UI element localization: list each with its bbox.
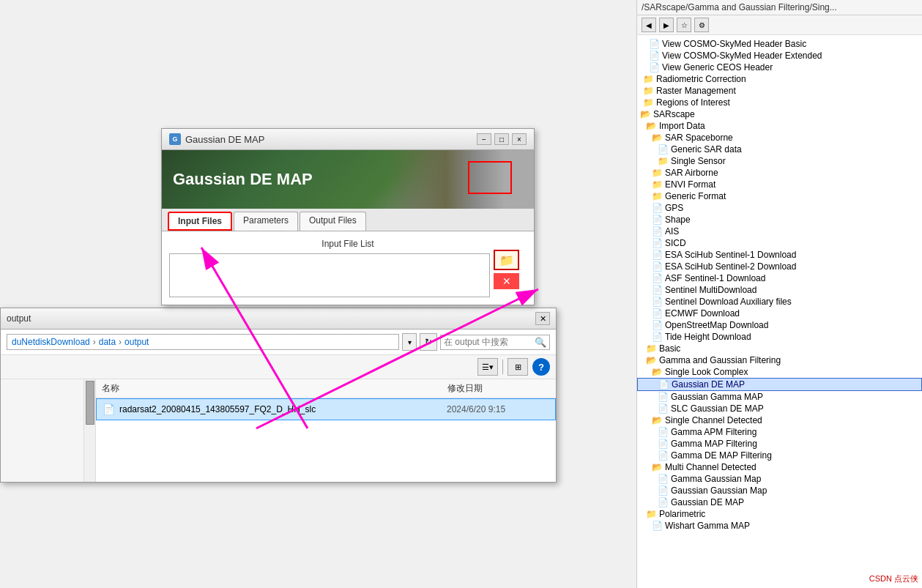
tree-item-gamma-map[interactable]: 📄Gamma MAP Filtering [637, 438, 922, 450]
tree-item-sentinel-aux[interactable]: 📄Sentinel Download Auxiliary files [637, 296, 922, 308]
explorer-addressbar: duNetdiskDownload › data › output ▾ ↻ 🔍 [1, 330, 556, 355]
tree-item-generic-format[interactable]: 📁Generic Format [637, 190, 922, 202]
tab-parameters[interactable]: Parameters [234, 212, 298, 231]
path-part-3[interactable]: output [124, 337, 149, 347]
tree-item-raster[interactable]: 📁Raster Management [637, 85, 922, 97]
address-path[interactable]: duNetdiskDownload › data › output [7, 334, 399, 350]
tree-item-tide-height[interactable]: 📄Tide Height Download [637, 331, 922, 343]
tree-item-sar-airborne[interactable]: 📁SAR Airborne [637, 167, 922, 179]
tree-item-import-data[interactable]: 📂Import Data [637, 120, 922, 132]
tree-item-label: Gaussian Gamma MAP [671, 392, 763, 402]
tree-item-icon: 📁 [652, 191, 663, 201]
tree-item-icon: 📂 [646, 355, 657, 365]
tree-item-icon: 📄 [658, 144, 669, 155]
tree-item-gamma-gaussian[interactable]: 📂Gamma and Gaussian Filtering [637, 354, 922, 366]
tree-item-icon: 📁 [643, 97, 654, 108]
tree-item-gaussian-de-map2[interactable]: 📄Gaussian DE MAP [637, 496, 922, 508]
view-preview-btn[interactable]: ⊞ [508, 358, 528, 376]
tree-item-icon: 📄 [658, 497, 669, 507]
tree-item-openstreetmap[interactable]: 📄OpenStreetMap Download [637, 319, 922, 331]
tree-item-gaussian-gaussian-map[interactable]: 📄Gaussian Gaussian Map [637, 485, 922, 496]
tree-item-gaussian-gamma-map[interactable]: 📄Gaussian Gamma MAP [637, 391, 922, 403]
dialog-app-icon: G [169, 133, 181, 145]
tree-item-regions[interactable]: 📁Regions of Interest [637, 97, 922, 108]
tree-item-esa-sentinel1[interactable]: 📄ESA SciHub Sentinel-1 Download [637, 249, 922, 261]
tree-item-sicd[interactable]: 📄SICD [637, 237, 922, 249]
col-name[interactable]: 名称 [102, 382, 447, 395]
tree-item-label: SLC Gaussian DE MAP [671, 403, 764, 414]
tree-item-icon: 📄 [652, 285, 663, 295]
help-btn[interactable]: ? [532, 358, 550, 376]
tree-item-single-look-complex[interactable]: 📂Single Look Complex [637, 366, 922, 378]
tree-item-gps[interactable]: 📄GPS [637, 202, 922, 214]
dialog-content: Input File List 📁 ✕ [162, 231, 534, 305]
tree-item-asf-sentinel1[interactable]: 📄ASF Sentinel-1 Download [637, 272, 922, 284]
explorer-toolbar: ☰▾ ⊞ ? [1, 355, 556, 379]
explorer-sidebar [1, 379, 96, 482]
dialog-close-btn[interactable]: × [512, 133, 527, 145]
tree-item-label: Gaussian Gaussian Map [671, 485, 767, 496]
address-refresh-btn[interactable]: ↻ [420, 333, 437, 351]
tree-item-single-channel-detected[interactable]: 📂Single Channel Detected [637, 414, 922, 426]
path-part-1[interactable]: duNetdiskDownload [12, 337, 90, 347]
col-date[interactable]: 修改日期 [447, 382, 550, 395]
tree-item-icon: 📄 [652, 332, 663, 342]
explorer-close-btn[interactable]: ✕ [535, 312, 550, 325]
tree-item-gamma-de-map[interactable]: 📄Gamma DE MAP Filtering [637, 450, 922, 461]
tree-item-icon: 📄 [658, 450, 669, 461]
delete-file-btn[interactable]: ✕ [494, 273, 519, 289]
tree-item-wishart-gamma[interactable]: 📄Wishart Gamma MAP [637, 520, 922, 532]
tree-item-gaussian-de-map[interactable]: 📄Gaussian DE MAP [637, 378, 922, 391]
tree-item-generic-sar[interactable]: 📄Generic SAR data [637, 144, 922, 155]
tree-item-label: OpenStreetMap Download [665, 320, 768, 330]
tree-nav-forward[interactable]: ▶ [659, 18, 674, 32]
tree-item-esa-sentinel2[interactable]: 📄ESA SciHub Sentinel-2 Download [637, 261, 922, 272]
view-list-btn[interactable]: ☰▾ [477, 358, 498, 376]
tab-output-files[interactable]: Output Files [300, 212, 366, 231]
tree-nav-back[interactable]: ◀ [642, 18, 656, 32]
tree-item-icon: 📄 [652, 273, 663, 283]
tree-item-icon: 📂 [652, 133, 663, 143]
tree-item-radiometric[interactable]: 📁Radiometric Correction [637, 73, 922, 85]
dialog-maximize-btn[interactable]: □ [494, 133, 509, 145]
tree-item-label: SARscape [653, 109, 695, 119]
tree-item-ais[interactable]: 📄AIS [637, 226, 922, 237]
tree-item-single-sensor[interactable]: 📁Single Sensor [637, 155, 922, 167]
tree-item-ecmwf[interactable]: 📄ECMWF Download [637, 308, 922, 319]
tree-item-view-cosmo-extended[interactable]: 📄View COSMO-SkyMed Header Extended [637, 50, 922, 62]
tree-settings[interactable]: ⚙ [694, 18, 709, 32]
tree-item-icon: 📄 [649, 39, 660, 49]
browse-folder-btn[interactable]: 📁 [494, 250, 519, 270]
tree-item-view-cosmo-basic[interactable]: 📄View COSMO-SkyMed Header Basic [637, 38, 922, 50]
tree-item-gamma-gaussian-map[interactable]: 📄Gamma Gaussian Map [637, 473, 922, 485]
search-input[interactable] [444, 337, 532, 347]
tree-item-label: Wishart Gamma MAP [665, 521, 750, 531]
tree-item-icon: 📂 [652, 415, 663, 425]
tab-input-files[interactable]: Input Files [168, 212, 232, 231]
dialog-controls: − □ × [477, 133, 527, 145]
explorer-files: 名称 修改日期 📄 radarsat2_20080415_143805597_F… [96, 379, 556, 482]
tree-item-polarimetric[interactable]: 📁Polarimetric [637, 508, 922, 520]
dialog-banner: Gaussian DE MAP [162, 150, 534, 209]
tree-item-label: View COSMO-SkyMed Header Extended [662, 51, 822, 61]
path-part-2[interactable]: data [99, 337, 116, 347]
tree-item-slc-gaussian-de-map[interactable]: 📄SLC Gaussian DE MAP [637, 403, 922, 414]
tree-item-view-generic-ceos[interactable]: 📄View Generic CEOS Header [637, 62, 922, 73]
tree-favorite[interactable]: ☆ [677, 18, 691, 32]
tree-item-sarscape[interactable]: 📂SARscape [637, 108, 922, 120]
tree-item-basic[interactable]: 📁Basic [637, 343, 922, 354]
file-row[interactable]: 📄 radarsat2_20080415_143805597_FQ2_D_HH_… [96, 398, 556, 420]
tree-item-label: Basic [659, 343, 680, 354]
tree-item-gamma-apm[interactable]: 📄Gamma APM Filtering [637, 426, 922, 438]
dialog-minimize-btn[interactable]: − [477, 133, 491, 145]
scroll-thumb[interactable] [86, 381, 94, 425]
tree-item-multi-channel-detected[interactable]: 📂Multi Channel Detected [637, 461, 922, 473]
tree-item-label: ECMWF Download [665, 308, 740, 319]
tree-item-shape[interactable]: 📄Shape [637, 214, 922, 226]
tree-item-sentinel-multi[interactable]: 📄Sentinel MultiDownload [637, 284, 922, 296]
tree-item-label: Single Sensor [671, 156, 726, 166]
tree-item-envi-format[interactable]: 📁ENVI Format [637, 179, 922, 190]
address-dropdown-btn[interactable]: ▾ [402, 333, 417, 351]
tree-item-sar-spaceborne[interactable]: 📂SAR Spaceborne [637, 132, 922, 144]
tree-item-label: SICD [665, 238, 686, 248]
